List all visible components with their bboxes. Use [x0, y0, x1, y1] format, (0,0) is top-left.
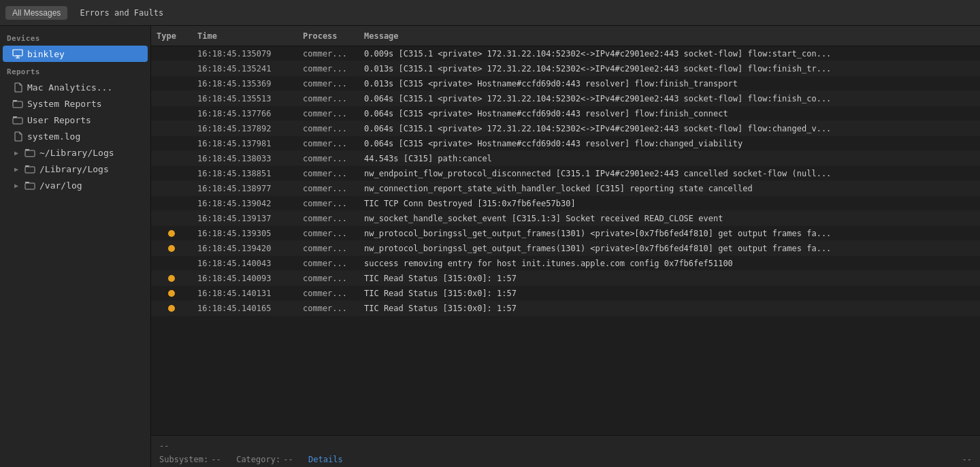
time-cell: 16:18:45.140131 — [192, 289, 297, 298]
time-cell: 16:18:45.138033 — [192, 154, 297, 163]
table-row[interactable]: 16:18:45.135241commer...0.013s [C315.1 <… — [151, 61, 980, 76]
time-cell: 16:18:45.137892 — [192, 124, 297, 133]
table-row[interactable]: 16:18:45.140165commer...TIC Read Status … — [151, 301, 980, 316]
footer-right: -- — [962, 455, 972, 464]
process-cell: commer... — [297, 274, 359, 283]
expand-arrow-icon: ▶ — [12, 148, 20, 157]
table-row[interactable]: 16:18:45.139137commer...nw_socket_handle… — [151, 211, 980, 226]
devices-section-label: Devices — [0, 29, 150, 46]
table-row[interactable]: 16:18:45.137766commer...0.064s [C315 <pr… — [151, 106, 980, 121]
message-cell: nw_socket_handle_socket_event [C315.1:3]… — [359, 214, 980, 223]
warning-dot — [168, 290, 175, 297]
col-time-header: Time — [192, 31, 297, 41]
process-cell: commer... — [297, 109, 359, 118]
message-cell: nw_protocol_boringssl_get_output_frames(… — [359, 229, 980, 238]
table-row[interactable]: 16:18:45.140093commer...TIC Read Status … — [151, 271, 980, 286]
folder-icon-2 — [12, 114, 23, 125]
warning-dot — [168, 275, 175, 282]
category-label: Category: — [236, 455, 280, 464]
svg-rect-4 — [13, 101, 22, 108]
svg-rect-0 — [13, 50, 22, 56]
folder-icon-5 — [24, 180, 35, 191]
sidebar-item-system-reports[interactable]: System Reports — [3, 95, 148, 112]
sidebar-item-user-reports[interactable]: User Reports — [3, 112, 148, 128]
device-name: binkley — [27, 49, 65, 59]
sep1 — [224, 455, 233, 464]
table-row[interactable]: 16:18:45.139042commer...TIC TCP Conn Des… — [151, 196, 980, 211]
message-cell: 44.543s [C315] path:cancel — [359, 154, 980, 163]
process-cell: commer... — [297, 49, 359, 59]
message-cell: 0.064s [C315.1 <private> 172.31.22.104:5… — [359, 94, 980, 103]
var-log-label: /var/log — [39, 180, 82, 191]
footer: -- Subsystem: -- Category: -- Details -- — [151, 435, 980, 467]
message-cell: 0.064s [C315 <private> Hostname#ccfd69d0… — [359, 109, 980, 118]
table-row[interactable]: 16:18:45.140043commer...success removing… — [151, 256, 980, 271]
process-cell: commer... — [297, 94, 359, 103]
process-cell: commer... — [297, 154, 359, 163]
svg-rect-8 — [25, 183, 35, 189]
reports-section-label: Reports — [0, 62, 150, 79]
time-cell: 16:18:45.137766 — [192, 109, 297, 118]
sidebar-item-device[interactable]: binkley — [3, 46, 148, 62]
time-cell: 16:18:45.138851 — [192, 169, 297, 178]
type-cell — [151, 275, 192, 282]
warning-dot — [168, 230, 175, 237]
table-row[interactable]: 16:18:45.137892commer...0.064s [C315.1 <… — [151, 121, 980, 136]
time-cell: 16:18:45.135369 — [192, 79, 297, 88]
details-link[interactable]: Details — [308, 455, 343, 464]
table-row[interactable]: 16:18:45.138851commer...nw_endpoint_flow… — [151, 166, 980, 181]
file-icon-2 — [12, 131, 23, 142]
sidebar-item-library-logs[interactable]: ▶ /Library/Logs — [3, 161, 148, 177]
process-cell: commer... — [297, 259, 359, 268]
sidebar-item-var-log[interactable]: ▶ /var/log — [3, 177, 148, 193]
warning-dot — [168, 245, 175, 252]
time-cell: 16:18:45.137981 — [192, 139, 297, 148]
message-cell: TIC Read Status [315:0x0]: 1:57 — [359, 274, 980, 283]
sidebar-item-system-log[interactable]: system.log — [3, 128, 148, 144]
expand-arrow-icon-2: ▶ — [12, 165, 20, 173]
process-cell: commer... — [297, 304, 359, 313]
table-row[interactable]: 16:18:45.135079commer...0.009s [C315.1 <… — [151, 46, 980, 61]
library-logs-home-label: ~/Library/Logs — [39, 148, 114, 158]
table-row[interactable]: 16:18:45.138977commer...nw_connection_re… — [151, 181, 980, 196]
col-message-header: Message — [359, 31, 980, 41]
expand-arrow-icon-3: ▶ — [12, 181, 20, 189]
table-row[interactable]: 16:18:45.139420commer...nw_protocol_bori… — [151, 241, 980, 256]
svg-rect-6 — [25, 150, 35, 157]
process-cell: commer... — [297, 229, 359, 238]
message-cell: 0.009s [C315.1 <private> 172.31.22.104:5… — [359, 49, 980, 59]
message-cell: 0.064s [C315.1 <private> 172.31.22.104:5… — [359, 124, 980, 133]
table-row[interactable]: 16:18:45.135513commer...0.064s [C315.1 <… — [151, 91, 980, 106]
time-cell: 16:18:45.139305 — [192, 229, 297, 238]
type-cell — [151, 290, 192, 297]
type-cell — [151, 230, 192, 237]
table-row[interactable]: 16:18:45.139305commer...nw_protocol_bori… — [151, 226, 980, 241]
table-row[interactable]: 16:18:45.138033commer...44.543s [C315] p… — [151, 151, 980, 166]
col-process-header: Process — [297, 31, 359, 41]
message-cell: 0.064s [C315 <private> Hostname#ccfd69d0… — [359, 139, 980, 148]
system-log-label: system.log — [27, 131, 80, 142]
process-cell: commer... — [297, 79, 359, 88]
table-header: Type Time Process Message — [151, 26, 980, 46]
table-row[interactable]: 16:18:45.135369commer...0.013s [C315 <pr… — [151, 76, 980, 91]
sidebar: Devices binkley Reports Mac Analytics — [0, 26, 151, 467]
log-table[interactable]: 16:18:45.135079commer...0.009s [C315.1 <… — [151, 46, 980, 435]
sidebar-item-library-logs-home[interactable]: ▶ ~/Library/Logs — [3, 144, 148, 161]
table-row[interactable]: 16:18:45.140131commer...TIC Read Status … — [151, 286, 980, 301]
message-cell: TIC Read Status [315:0x0]: 1:57 — [359, 304, 980, 313]
col-type-header: Type — [151, 31, 192, 41]
table-row[interactable]: 16:18:45.137981commer...0.064s [C315 <pr… — [151, 136, 980, 151]
all-messages-tab[interactable]: All Messages — [5, 6, 67, 20]
mac-analytics-label: Mac Analytics... — [27, 82, 112, 93]
process-cell: commer... — [297, 64, 359, 74]
sidebar-item-mac-analytics[interactable]: Mac Analytics... — [3, 79, 148, 95]
process-cell: commer... — [297, 184, 359, 193]
time-cell: 16:18:45.140093 — [192, 274, 297, 283]
warning-dot — [168, 305, 175, 312]
process-cell: commer... — [297, 214, 359, 223]
sep2 — [296, 455, 306, 464]
errors-faults-tab[interactable]: Errors and Faults — [73, 6, 170, 20]
message-cell: 0.013s [C315.1 <private> 172.31.22.104:5… — [359, 64, 980, 74]
time-cell: 16:18:45.138977 — [192, 184, 297, 193]
message-cell: nw_endpoint_flow_protocol_disconnected [… — [359, 169, 980, 178]
